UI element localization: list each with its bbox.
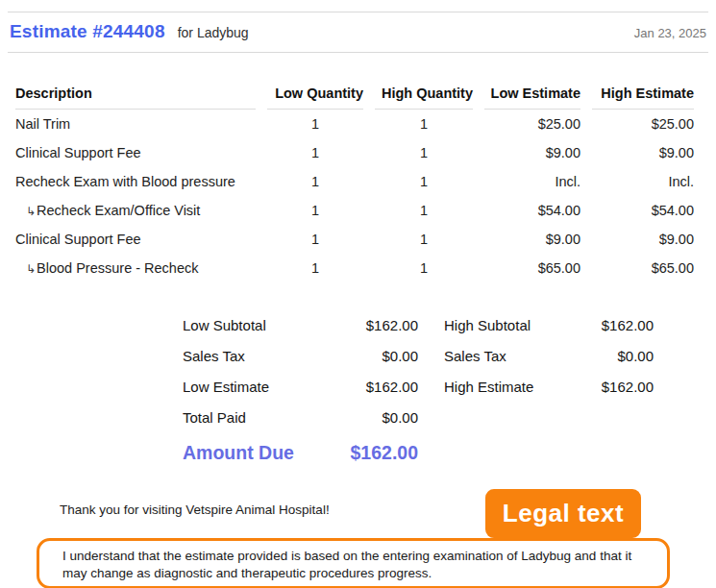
table-header-row: Description Low Quantity High Quantity L…: [15, 74, 694, 110]
item-description: Recheck Exam with Blood pressure: [15, 167, 256, 196]
item-high-estimate: $9.00: [592, 225, 694, 254]
item-high-estimate: $25.00: [592, 110, 694, 138]
column-header-low-estimate: Low Estimate: [484, 74, 580, 110]
item-low-estimate: $25.00: [484, 110, 580, 138]
item-low-estimate: Incl.: [484, 167, 580, 196]
item-low-quantity: 1: [267, 110, 363, 138]
item-low-estimate: $9.00: [484, 225, 580, 254]
total-paid-value: $0.00: [336, 409, 418, 426]
header-title-group: Estimate #244408 for Ladybug: [10, 21, 249, 42]
item-low-quantity: 1: [267, 138, 363, 167]
table-row: Recheck Exam with Blood pressure 1 1 Inc…: [15, 167, 694, 196]
document-header: Estimate #244408 for Ladybug Jan 23, 202…: [0, 12, 716, 52]
sub-item-arrow-icon: ↳: [26, 262, 36, 276]
table-row: Clinical Support Fee 1 1 $9.00 $9.00: [15, 138, 694, 167]
high-estimate-total-label: High Estimate: [444, 379, 550, 395]
sub-item-arrow-icon: ↳: [26, 205, 36, 218]
item-description: Clinical Support Fee: [15, 138, 256, 167]
table-row: Clinical Support Fee 1 1 $9.00 $9.00: [15, 225, 694, 254]
item-low-quantity: 1: [267, 167, 363, 196]
column-header-high-estimate: High Estimate: [592, 74, 694, 110]
item-description: Clinical Support Fee: [15, 225, 256, 254]
item-high-estimate: $54.00: [592, 196, 694, 225]
low-estimate-total-label: Low Estimate: [183, 379, 336, 395]
patient-name-label: for Ladybug: [178, 25, 249, 40]
item-high-estimate: $65.00: [592, 254, 694, 282]
sub-item-description-text: Blood Pressure - Recheck: [37, 260, 198, 276]
item-low-estimate: $54.00: [484, 196, 580, 225]
amount-due-value: $162.00: [336, 442, 418, 464]
item-description: Nail Trim: [15, 110, 256, 138]
item-high-quantity: 1: [375, 138, 473, 167]
estimate-document: Estimate #244408 for Ladybug Jan 23, 202…: [0, 12, 716, 588]
page-title: Estimate #244408: [10, 21, 165, 42]
line-items-table: Description Low Quantity High Quantity L…: [4, 74, 705, 282]
table-row-sub-item: ↳Blood Pressure - Recheck 1 1 $65.00 $65…: [15, 254, 694, 282]
totals-section: Low Subtotal $162.00 High Subtotal $162.…: [183, 317, 716, 464]
item-low-estimate: $9.00: [484, 138, 580, 167]
high-sales-tax-value: $0.00: [550, 348, 654, 364]
header-divider: [8, 52, 708, 53]
total-paid-label: Total Paid: [183, 409, 336, 426]
item-high-estimate: Incl.: [592, 167, 694, 196]
item-low-quantity: 1: [267, 196, 363, 225]
item-low-quantity: 1: [267, 225, 363, 254]
item-low-quantity: 1: [267, 254, 363, 282]
table-row-sub-item: ↳Recheck Exam/Office Visit 1 1 $54.00 $5…: [15, 196, 694, 225]
legal-disclaimer-text: I understand that the estimate provided …: [62, 548, 652, 582]
item-low-estimate: $65.00: [484, 254, 580, 282]
sub-item-description-text: Recheck Exam/Office Visit: [37, 203, 200, 218]
item-high-quantity: 1: [375, 167, 473, 196]
legal-text-annotation-badge: Legal text: [485, 489, 641, 538]
column-header-low-quantity: Low Quantity: [267, 74, 363, 110]
estimate-date: Jan 23, 2025: [634, 26, 706, 40]
item-high-quantity: 1: [375, 225, 473, 254]
thank-you-message: Thank you for visiting Vetspire Animal H…: [60, 502, 330, 517]
column-header-high-quantity: High Quantity: [375, 74, 473, 110]
item-high-estimate: $9.00: [592, 138, 694, 167]
amount-due-label: Amount Due: [183, 442, 336, 464]
low-sales-tax-label: Sales Tax: [183, 348, 336, 364]
low-subtotal-value: $162.00: [336, 317, 418, 333]
item-description: ↳Recheck Exam/Office Visit: [15, 196, 256, 225]
low-estimate-total-value: $162.00: [336, 379, 418, 395]
table-row: Nail Trim 1 1 $25.00 $25.00: [15, 110, 694, 138]
low-sales-tax-value: $0.00: [336, 348, 418, 364]
item-high-quantity: 1: [375, 254, 473, 282]
high-subtotal-value: $162.00: [550, 317, 654, 333]
high-subtotal-label: High Subtotal: [444, 317, 550, 333]
high-estimate-total-value: $162.00: [550, 379, 654, 395]
item-high-quantity: 1: [375, 110, 473, 138]
item-high-quantity: 1: [375, 196, 473, 225]
item-description: ↳Blood Pressure - Recheck: [15, 254, 256, 282]
legal-disclaimer-box: I understand that the estimate provided …: [37, 538, 670, 588]
high-sales-tax-label: Sales Tax: [444, 348, 550, 364]
low-subtotal-label: Low Subtotal: [183, 317, 336, 333]
column-header-description: Description: [15, 74, 256, 110]
